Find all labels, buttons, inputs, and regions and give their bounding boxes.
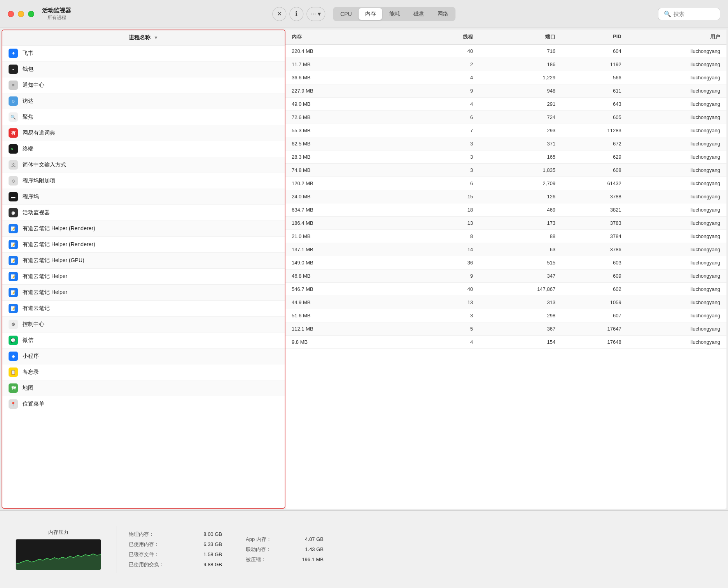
tab-disk[interactable]: 磁盘 [407,8,430,20]
table-row[interactable]: 112.1 MB536717647liuchongyang [285,322,726,336]
table-cell: 72.6 MB [292,114,407,120]
list-item[interactable]: 🗺地图 [2,380,285,396]
table-cell: 629 [555,154,621,160]
list-item[interactable]: ◈小程序 [2,348,285,364]
process-name: 飞书 [23,50,278,57]
table-row[interactable]: 28.3 MB3165629liuchongyang [285,150,726,164]
table-cell: 9 [407,88,473,94]
list-item[interactable]: ✈飞书 [2,46,285,61]
list-item[interactable]: 📝有道云笔记 Helper [2,269,285,285]
table-row[interactable]: 62.5 MB3371672liuchongyang [285,137,726,150]
tab-energy[interactable]: 能耗 [383,8,406,20]
table-row[interactable]: 55.3 MB729311283liuchongyang [285,124,726,137]
list-item[interactable]: ▬程序坞 [2,189,285,205]
table-row[interactable]: 21.0 MB8883784liuchongyang [285,230,726,243]
stats-divider-1 [117,526,117,573]
process-icon-finder: ☺ [9,96,18,106]
list-item[interactable]: 📝有道云笔记 Helper [2,285,285,301]
table-row[interactable]: 220.4 MB40716604liuchongyang [285,45,726,58]
table-cell: 11283 [555,128,621,133]
minimize-button[interactable] [18,11,24,17]
swap-row: 已使用的交换： 9.88 GB [129,561,222,568]
table-row[interactable]: 44.9 MB133131059liuchongyang [285,296,726,309]
list-item[interactable]: 文简体中文输入方式 [2,157,285,173]
list-item[interactable]: 📝有道云笔记 [2,301,285,317]
table-cell: 608 [555,167,621,173]
table-row[interactable]: 49.0 MB4291643liuchongyang [285,98,726,111]
table-row[interactable]: 24.0 MB151263788liuchongyang [285,190,726,203]
table-cell: 546.7 MB [292,286,407,292]
compressed-row: 被压缩： 196.1 MB [246,556,324,563]
table-cell: 313 [473,299,555,305]
app-subtitle: 所有进程 [47,14,66,21]
tab-cpu[interactable]: CPU [334,9,358,19]
list-item[interactable]: ⚙控制中心 [2,317,285,332]
tab-memory[interactable]: 内存 [359,8,382,20]
table-row[interactable]: 72.6 MB6724605liuchongyang [285,111,726,124]
table-row[interactable]: 74.8 MB31,835608liuchongyang [285,164,726,177]
maximize-button[interactable] [28,11,34,17]
table-row[interactable]: 46.8 MB9347609liuchongyang [285,270,726,283]
table-row[interactable]: 546.7 MB40147,867602liuchongyang [285,283,726,296]
cached-value: 1.58 GB [203,551,222,557]
process-icon-youdaonote: 📝 [9,256,18,265]
table-row[interactable]: 51.6 MB3298607liuchongyang [285,309,726,322]
list-item[interactable]: ◉活动监视器 [2,205,285,221]
stats-divider-2 [234,526,234,573]
table-cell: 672 [555,141,621,147]
table-row[interactable]: 137.1 MB14633786liuchongyang [285,243,726,256]
table-row[interactable]: 149.0 MB36515603liuchongyang [285,256,726,270]
more-button[interactable]: ··· ▾ [306,7,325,21]
table-cell: 469 [473,207,555,213]
list-item[interactable]: 有网易有道词典 [2,125,285,141]
table-cell: 63 [473,247,555,252]
stop-button[interactable]: ✕ [272,7,286,21]
table-cell: 126 [473,194,555,200]
list-item[interactable]: ▪钱包 [2,61,285,77]
info-button[interactable]: ℹ [289,7,303,21]
list-item[interactable]: 📝有道云笔记 Helper (Renderer) [2,221,285,237]
table-cell: 74.8 MB [292,167,407,173]
table-header-内存[interactable]: 内存 [292,33,407,40]
process-icon-youdaonote: 📝 [9,288,18,297]
process-rows[interactable]: ✈飞书▪钱包≡通知中心☺访达🔍聚焦有网易有道词典>_终端文简体中文输入方式◇程序… [2,46,285,508]
table-row[interactable]: 9.8 MB415417648liuchongyang [285,336,726,349]
app-title: 活动监视器 [42,7,71,14]
table-row[interactable]: 186.4 MB131733783liuchongyang [285,217,726,230]
list-header: 进程名称 ▼ [2,30,285,46]
search-area[interactable]: 🔍 [658,8,720,20]
table-row[interactable]: 120.2 MB62,70961432liuchongyang [285,177,726,190]
table-row[interactable]: 36.6 MB41,229566liuchongyang [285,71,726,84]
table-cell: liuchongyang [621,299,720,305]
table-cell: 227.9 MB [292,88,407,94]
table-cell: 6 [407,114,473,120]
list-item[interactable]: 🔍聚焦 [2,109,285,125]
list-item[interactable]: ≡通知中心 [2,77,285,93]
list-item[interactable]: ◇程序坞附加项 [2,173,285,189]
table-row[interactable]: 11.7 MB21861192liuchongyang [285,58,726,71]
list-item[interactable]: 📋备忘录 [2,364,285,380]
list-item[interactable]: 📝有道云笔记 Helper (GPU) [2,253,285,269]
wired-label: 联动内存： [246,546,271,553]
list-item[interactable]: >_终端 [2,141,285,157]
table-header-端口[interactable]: 端口 [473,33,555,40]
search-input[interactable] [674,11,712,17]
table-row[interactable]: 227.9 MB9948611liuchongyang [285,84,726,98]
table-cell: 186 [473,61,555,67]
memory-pressure-title: 内存压力 [48,529,68,536]
table-cell: 3788 [555,194,621,200]
table-row[interactable]: 634.7 MB184693821liuchongyang [285,203,726,217]
table-cell: liuchongyang [621,273,720,279]
process-name: 活动监视器 [23,209,278,216]
list-item[interactable]: 📝有道云笔记 Helper (Renderer) [2,237,285,253]
table-header-用户[interactable]: 用户 [621,33,720,40]
list-item[interactable]: 📍位置菜单 [2,396,285,412]
table-header-PID[interactable]: PID [555,33,621,40]
tab-network[interactable]: 网络 [431,8,455,20]
process-name: 地图 [23,385,278,392]
close-button[interactable] [8,11,14,17]
table-cell: 3786 [555,247,621,252]
list-item[interactable]: 💬微信 [2,332,285,348]
list-item[interactable]: ☺访达 [2,93,285,109]
table-header-线程[interactable]: 线程 [407,33,473,40]
